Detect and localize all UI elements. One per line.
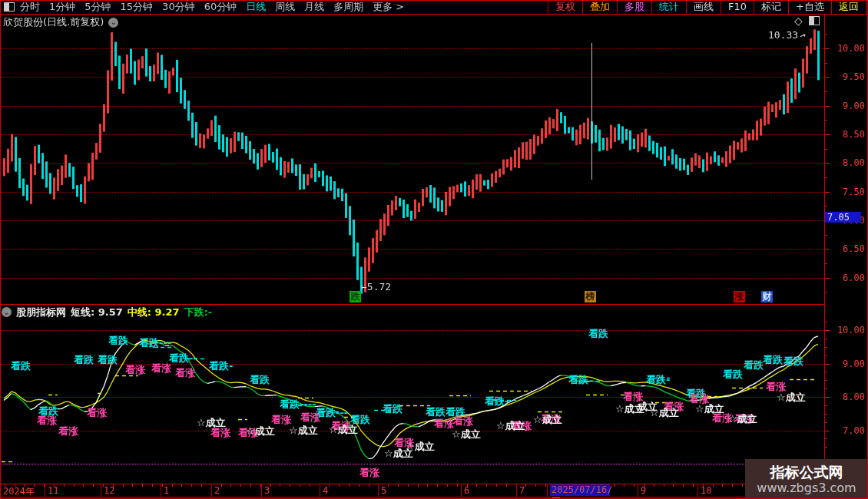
signal-confirm-label: ☆成立 [406,441,435,452]
price-axis-line [824,14,825,497]
price-tick-label: 9.50 [830,71,865,82]
period-button[interactable]: 更多 > [373,0,404,14]
menu-button[interactable]: 叠加 [582,0,617,14]
signal-bearish-label: 看跌 [383,404,403,415]
panel-divider [0,304,824,305]
menu-button[interactable]: 多股 [617,0,651,14]
stock-title: 欣贺股份(日线.前复权) [3,15,104,29]
price-tick-label: 6.00 [830,273,865,283]
signal-bullish-label: 看涨 [37,415,57,426]
period-button[interactable]: 月线 [304,0,324,14]
period-button[interactable]: 15分钟 [121,0,154,14]
chart-marker: 涨 [734,291,745,302]
signal-bearish-label: 看跌 [744,360,764,371]
period-button[interactable]: 日线 [246,0,266,14]
month-separator [211,484,212,497]
chart-marker: 跌 [350,291,361,302]
price-tick-label: 7.50 [830,187,865,197]
month-label: 2 [214,485,220,496]
watermark-url: www.zbgs3.com [757,481,856,495]
signal-bearish-label: 看跌 [98,355,118,365]
signal-bearish-label: 看跌 [784,356,803,367]
layout-split-icon[interactable] [4,2,15,12]
month-label: 9 [641,485,646,496]
date-axis[interactable]: 2024年111212345679102025/07/16/三 [0,484,868,497]
diamond-icon[interactable]: ◇ [794,15,803,26]
month-label: 5 [381,485,386,496]
indicator-header: ⌄ 股朋指标网 短线: 9.57 中线: 9.27 下跌:- [2,306,212,318]
signal-bearish-label: 看跌- [646,375,670,385]
month-separator [378,484,379,497]
selected-date-tag: 2025/07/16/三 [550,484,610,496]
signal-bullish-label: 看涨 [271,415,291,425]
signal-bearish-label: 看跌 [250,375,270,385]
signal-confirm-label: ☆成立 [695,404,724,415]
signal-bearish-label: 看跌 [723,369,743,380]
signal-bearish-label: 看跌 [568,375,588,385]
signal-bearish-label: 看跌- [209,361,233,372]
signal-bullish-label: 看涨 [453,416,473,427]
period-button[interactable]: 多周期 [333,0,363,14]
signal-confirm-label: ☆成立 [246,426,275,437]
high-price-annotation: 10.33 → [768,29,806,41]
signal-bearish-label: 看跌 [426,407,446,418]
watermark-title: 指标公式网 [770,464,843,481]
month-separator [461,484,462,497]
month-label: 10 [701,485,711,496]
stock-app-window: 分时1分钟5分钟15分钟30分钟60分钟日线周线月线多周期更多 > 复权叠加多股… [0,0,868,499]
indicator-tick-label: 7.00 [830,425,865,436]
signal-bullish-label: 看涨 [210,428,230,438]
signal-confirm-label: ☆成立 [452,429,481,440]
period-button[interactable]: 1分钟 [49,0,75,14]
signal-bullish-label: 看涨 [125,365,145,375]
period-button[interactable]: 周线 [275,0,295,14]
price-tick-label: 8.50 [830,129,865,140]
menu-button[interactable]: 画线 [686,0,721,14]
indicator-tick-label: 9.00 [830,359,865,369]
signal-bullish-label: 看涨 [434,418,454,429]
signal-bullish-label: 看涨 [300,412,320,423]
price-tick-label: 6.50 [830,243,865,254]
month-separator [697,484,698,497]
month-label: 2024年 [3,485,35,498]
pane-split-icon[interactable] [809,16,820,25]
month-separator [161,484,161,497]
month-separator [516,484,517,497]
indicator-down-value: 下跌:- [184,306,213,319]
signal-bearish-label: 看跌- [485,396,509,407]
low-price-annotation: ←5.72 [361,281,391,292]
top-toolbar: 分时1分钟5分钟15分钟30分钟60分钟日线周线月线多周期更多 > 复权叠加多股… [0,0,868,15]
chevron-down-icon[interactable]: ⌄ [108,18,118,28]
signal-confirm-label: ☆成立 [289,425,318,436]
period-button[interactable]: 60分钟 [204,0,237,14]
month-label: 11 [48,485,58,496]
signal-bearish-label: 看跌 [763,355,783,365]
chart-marker: 财 [761,291,773,302]
chart-marker: 榜 [585,291,596,302]
month-label: 7 [519,485,525,496]
signal-confirm-label: ☆成立 [496,421,525,431]
period-button[interactable]: 30分钟 [162,0,195,14]
menu-button[interactable]: 统计 [651,0,686,14]
signal-bearish-label: 看跌 [11,361,31,372]
signal-bullish-label: 看涨 [151,363,171,374]
menu-button[interactable]: 返回 [831,0,866,14]
month-separator [638,484,638,497]
period-button[interactable]: 分时 [20,0,40,14]
month-separator [101,484,101,497]
watermark-box: 指标公式网 www.zbgs3.com [745,459,868,499]
indicator-collapse-icon[interactable]: ⌄ [2,307,12,317]
signal-bullish-label: 看涨 [766,382,786,392]
price-tick-label: 9.00 [830,101,865,111]
period-button[interactable]: 5分钟 [84,0,111,14]
month-separator [547,484,548,497]
signal-confirm-label: ☆成立 [777,392,806,403]
signal-bearish-label: 看跌 [74,355,94,365]
menu-button[interactable]: +自选 [788,0,831,14]
chart-corner-icons: ◇ [794,15,820,26]
month-label: 12 [104,485,114,496]
menu-button[interactable]: 复权 [548,0,582,14]
menu-button[interactable]: F10 [721,0,754,14]
menu-button[interactable]: 标记 [754,0,788,14]
action-toolbar: 复权叠加多股统计画线F10标记+自选返回 [548,0,866,14]
